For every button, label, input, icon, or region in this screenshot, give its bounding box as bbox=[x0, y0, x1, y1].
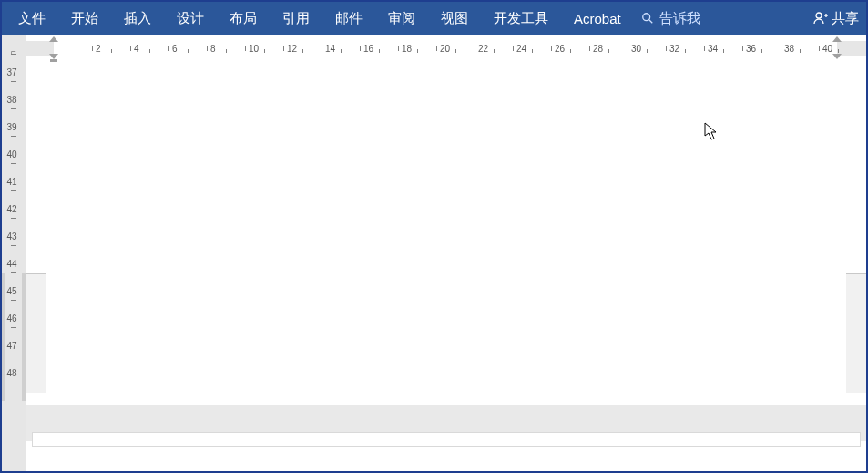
share-icon bbox=[813, 11, 828, 26]
vruler-minor-tick bbox=[5, 272, 22, 273]
hruler-minor-tick bbox=[379, 41, 383, 56]
document-area[interactable] bbox=[26, 62, 866, 471]
page-margin-left bbox=[26, 273, 46, 393]
vruler-tick: 46 bbox=[5, 314, 22, 324]
hruler-tick: 20 bbox=[436, 41, 450, 56]
vruler-tick: 43 bbox=[5, 231, 22, 242]
hruler-tick: 16 bbox=[360, 41, 373, 56]
ribbon-tab[interactable]: 设计 bbox=[164, 2, 217, 35]
hruler-minor-tick bbox=[455, 41, 459, 56]
hruler-minor-tick bbox=[570, 41, 574, 56]
vruler-minor-tick bbox=[5, 81, 22, 82]
vruler-tick: 44 bbox=[5, 259, 22, 269]
hruler-tick: 28 bbox=[589, 41, 603, 56]
hruler-tick: 36 bbox=[742, 41, 756, 56]
vruler-tick: 41 bbox=[5, 177, 22, 187]
hruler-tick: 2 bbox=[92, 41, 101, 56]
vruler-tick: 42 bbox=[5, 204, 22, 214]
right-indent-marker-top[interactable] bbox=[832, 36, 842, 42]
ribbon-tab[interactable]: 视图 bbox=[428, 2, 481, 35]
hruler-minor-tick bbox=[226, 41, 230, 56]
workspace: 373839404142434445464748 bbox=[2, 62, 866, 471]
hruler-minor-tick bbox=[111, 41, 115, 56]
ruler-corner[interactable]: ⌐ bbox=[2, 35, 26, 62]
vruler-minor-tick bbox=[5, 245, 22, 246]
hruler-tick: 26 bbox=[551, 41, 565, 56]
svg-line-1 bbox=[648, 20, 652, 24]
hruler-tick: 38 bbox=[781, 41, 794, 56]
hruler-tick: 4 bbox=[130, 41, 139, 56]
hruler-tick: 24 bbox=[513, 41, 526, 56]
vruler-ticks: 373839404142434445464748 bbox=[5, 62, 22, 471]
hruler-tick: 8 bbox=[207, 41, 216, 56]
ribbon-tab[interactable]: 开始 bbox=[58, 2, 111, 35]
vruler-tick: 37 bbox=[5, 67, 22, 77]
hruler-minor-tick bbox=[761, 41, 765, 56]
first-line-indent-marker[interactable] bbox=[49, 36, 58, 42]
hruler-tick: 34 bbox=[704, 41, 718, 56]
hruler-ticks: 246810121416182022242628303234363840 bbox=[26, 41, 866, 56]
vertical-ruler[interactable]: 373839404142434445464748 bbox=[2, 62, 26, 471]
hruler-tick: 10 bbox=[245, 41, 259, 56]
vruler-minor-tick bbox=[5, 136, 22, 137]
tab-stop-selector-icon: ⌐ bbox=[11, 46, 16, 57]
hruler-minor-tick bbox=[723, 41, 727, 56]
hruler-tick: 18 bbox=[398, 41, 412, 56]
vruler-minor-tick bbox=[5, 190, 22, 191]
horizontal-ruler-row: ⌐ 246810121416182022242628303234363840 bbox=[2, 35, 866, 62]
ribbon-tab[interactable]: Acrobat bbox=[561, 2, 634, 35]
hruler-tick: 22 bbox=[475, 41, 488, 56]
hruler-minor-tick bbox=[341, 41, 344, 56]
hruler-minor-tick bbox=[685, 41, 689, 56]
page-margin-right bbox=[846, 273, 866, 393]
share-label: 共享 bbox=[832, 10, 859, 27]
hruler-tick: 40 bbox=[819, 41, 832, 56]
tell-me-placeholder: 告诉我 bbox=[659, 10, 700, 27]
vruler-minor-tick bbox=[5, 108, 22, 109]
hruler-minor-tick bbox=[800, 41, 803, 56]
ribbon-tab[interactable]: 布局 bbox=[217, 2, 270, 35]
ribbon-tabs: 文件开始插入设计布局引用邮件审阅视图开发工具Acrobat 告诉我 共享 bbox=[2, 2, 866, 35]
svg-point-2 bbox=[816, 13, 822, 18]
hruler-tick: 30 bbox=[628, 41, 641, 56]
vruler-tick: 38 bbox=[5, 95, 22, 105]
vruler-tick: 47 bbox=[5, 341, 22, 351]
hruler-minor-tick bbox=[494, 41, 497, 56]
hruler-tick: 12 bbox=[283, 41, 297, 56]
hruler-minor-tick bbox=[188, 41, 191, 56]
horizontal-ruler[interactable]: 246810121416182022242628303234363840 bbox=[26, 35, 866, 62]
ribbon-tab[interactable]: 开发工具 bbox=[481, 2, 561, 35]
hruler-minor-tick bbox=[264, 41, 268, 56]
ribbon-tab[interactable]: 审阅 bbox=[375, 2, 428, 35]
svg-point-0 bbox=[642, 14, 649, 21]
right-indent-marker[interactable] bbox=[832, 54, 842, 59]
vruler-tick: 48 bbox=[5, 368, 22, 378]
ribbon-tab[interactable]: 邮件 bbox=[322, 2, 375, 35]
ribbon-tab[interactable]: 文件 bbox=[5, 2, 58, 35]
vruler-tick: 40 bbox=[5, 149, 22, 159]
hruler-minor-tick bbox=[302, 41, 306, 56]
vruler-minor-tick bbox=[5, 163, 22, 164]
vruler-tick: 45 bbox=[5, 286, 22, 296]
vruler-minor-tick bbox=[5, 54, 22, 55]
next-page-edge bbox=[32, 432, 861, 447]
share-button[interactable]: 共享 bbox=[806, 10, 866, 27]
ribbon-tab[interactable]: 引用 bbox=[270, 2, 322, 35]
hruler-tick: 6 bbox=[168, 41, 178, 56]
vruler-minor-tick bbox=[5, 218, 22, 219]
vruler-minor-tick bbox=[5, 327, 22, 328]
hruler-tick: 32 bbox=[666, 41, 679, 56]
hruler-minor-tick bbox=[647, 41, 650, 56]
tell-me-search[interactable]: 告诉我 bbox=[634, 10, 708, 27]
hruler-tick: 14 bbox=[322, 41, 335, 56]
vruler-minor-tick bbox=[5, 300, 22, 301]
mouse-cursor-icon bbox=[704, 122, 720, 146]
hruler-minor-tick bbox=[149, 41, 153, 56]
vruler-tick: 39 bbox=[5, 122, 22, 132]
hruler-minor-tick bbox=[417, 41, 421, 56]
vruler-minor-tick bbox=[5, 355, 22, 355]
ribbon-tab[interactable]: 插入 bbox=[111, 2, 164, 35]
hruler-minor-tick bbox=[608, 41, 612, 56]
search-icon bbox=[641, 12, 654, 25]
hruler-minor-tick bbox=[532, 41, 536, 56]
